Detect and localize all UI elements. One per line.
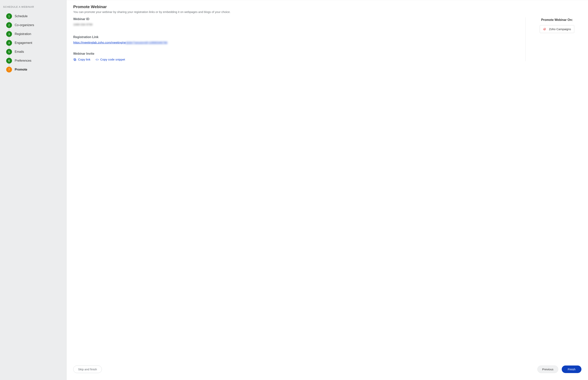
sidebar-title: SCHEDULE A WEBINAR [3, 5, 63, 11]
left-column: Webinar ID 1069 034 9790 Registration Li… [73, 17, 518, 61]
svg-rect-1 [74, 58, 75, 60]
code-icon [95, 58, 99, 61]
registration-link-redacted: gister?sessionId=10690349790 [126, 41, 167, 44]
step-label: Schedule [15, 15, 28, 18]
step-engagement[interactable]: 4 Engagement [3, 38, 63, 47]
step-number: 7 [6, 67, 12, 73]
content-columns: Webinar ID 1069 034 9790 Registration Li… [73, 17, 581, 61]
footer-right-group: Previous Finish [537, 365, 581, 373]
registration-link-label: Registration Link [73, 35, 518, 39]
skip-and-finish-button[interactable]: Skip and finish [73, 365, 102, 373]
main-panel: Promote Webinar You can promote your web… [67, 0, 588, 380]
step-label: Engagement [15, 41, 32, 45]
zoho-campaigns-button[interactable]: Zoho Campaigns [540, 25, 574, 33]
webinar-id-label: Webinar ID [73, 17, 518, 21]
copy-snippet-label: Copy code snippet [100, 58, 125, 61]
copy-link-label: Copy link [78, 58, 91, 61]
page-description: You can promote your webinar by sharing … [73, 10, 581, 14]
svg-rect-0 [74, 59, 76, 61]
step-co-organizers[interactable]: 2 Co-organizers [3, 21, 63, 30]
previous-button[interactable]: Previous [537, 365, 558, 373]
registration-link-visible: https://meetinglab.zoho.com/meeting/re [73, 41, 126, 44]
megaphone-icon [543, 27, 547, 31]
step-registration[interactable]: 3 Registration [3, 30, 63, 38]
step-number: 3 [6, 31, 12, 37]
step-emails[interactable]: 5 Emails [3, 47, 63, 56]
page-title: Promote Webinar [73, 4, 581, 9]
main-content: Promote Webinar You can promote your web… [67, 0, 588, 361]
step-label: Promote [15, 68, 27, 71]
invite-actions: Copy link Copy code snippet [73, 58, 518, 61]
sidebar: SCHEDULE A WEBINAR 1 Schedule 2 Co-organ… [0, 0, 67, 380]
step-number: 5 [6, 49, 12, 55]
copy-icon [73, 58, 76, 61]
step-number: 1 [6, 13, 12, 19]
step-label: Emails [15, 50, 24, 54]
promote-on-label: Promote Webinar On: [533, 18, 581, 22]
finish-button[interactable]: Finish [562, 365, 581, 373]
step-schedule[interactable]: 1 Schedule [3, 12, 63, 21]
footer-bar: Skip and finish Previous Finish [67, 361, 588, 380]
copy-snippet-button[interactable]: Copy code snippet [95, 58, 125, 61]
webinar-invite-label: Webinar Invite [73, 52, 518, 56]
step-number: 4 [6, 40, 12, 46]
step-preferences[interactable]: 6 Preferences [3, 56, 63, 65]
step-label: Registration [15, 32, 31, 36]
step-number: 6 [6, 58, 12, 64]
copy-link-button[interactable]: Copy link [73, 58, 91, 61]
step-label: Preferences [15, 59, 31, 62]
step-list: 1 Schedule 2 Co-organizers 3 Registratio… [3, 12, 63, 74]
step-promote[interactable]: 7 Promote [3, 65, 63, 74]
zoho-campaigns-label: Zoho Campaigns [549, 27, 571, 31]
webinar-id-value: 1069 034 9790 [73, 23, 92, 26]
registration-link[interactable]: https://meetinglab.zoho.com/meeting/regi… [73, 41, 167, 44]
step-number: 2 [6, 22, 12, 28]
step-label: Co-organizers [15, 23, 34, 27]
right-column: Promote Webinar On: Zoho Campaigns [525, 17, 581, 61]
